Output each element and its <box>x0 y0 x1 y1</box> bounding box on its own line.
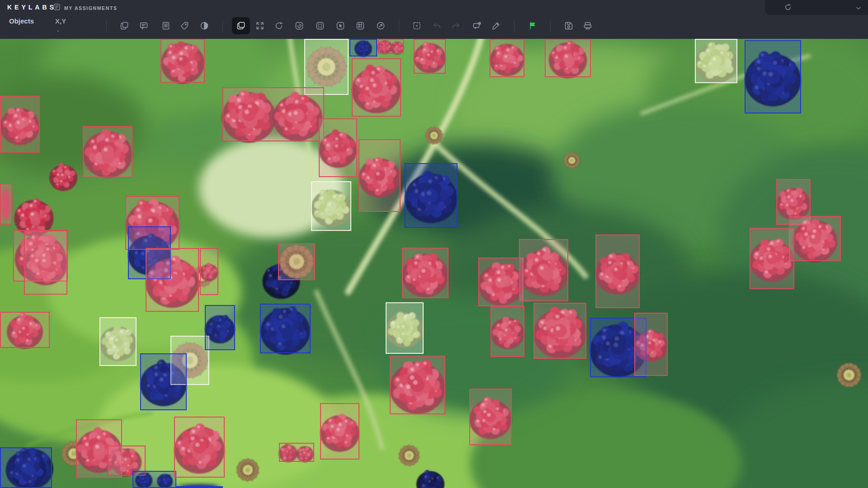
bbox-annotation-white[interactable] <box>386 302 424 354</box>
assignments-doc-icon <box>53 3 61 13</box>
bbox-annotation-red[interactable] <box>378 39 404 54</box>
marquee-button[interactable] <box>408 17 426 34</box>
bbox-annotation-red[interactable] <box>83 126 132 178</box>
bbox-annotation-red[interactable] <box>359 139 401 212</box>
draw-button[interactable] <box>487 17 505 34</box>
bbox-annotation-red[interactable] <box>634 313 668 376</box>
bbox-annotation-red[interactable] <box>160 39 205 83</box>
bbox-annotation-red[interactable] <box>469 389 512 445</box>
bbox-annotation-red[interactable] <box>478 258 524 306</box>
bbox-annotation-blue[interactable] <box>745 40 801 113</box>
bbox-annotation-red[interactable] <box>174 417 225 478</box>
chevron-down-icon[interactable] <box>854 4 863 14</box>
bbox-annotation-red[interactable] <box>750 228 794 289</box>
tab-objects[interactable]: Objects <box>9 17 34 25</box>
bbox-annotation-red[interactable] <box>278 243 315 280</box>
bbox-annotation-red[interactable] <box>146 248 199 312</box>
toolbar-divider <box>222 20 223 32</box>
reload-icon[interactable] <box>784 3 792 13</box>
bbox-annotation-red[interactable] <box>0 312 50 348</box>
toolbar-divider <box>106 20 107 32</box>
bbox-annotation-red[interactable] <box>490 39 524 77</box>
top-right-panel <box>765 0 868 15</box>
keypoints-button[interactable] <box>311 17 329 34</box>
flag-button[interactable] <box>524 17 542 34</box>
bbox-annotation-red[interactable] <box>352 58 401 117</box>
bbox-annotation-white[interactable] <box>304 39 349 95</box>
bbox-annotation-red[interactable] <box>24 230 67 295</box>
redo-button <box>447 17 465 34</box>
bbox-annotation-white[interactable] <box>99 317 137 366</box>
bbox-annotation-red[interactable] <box>414 39 446 74</box>
bbox-annotation-red[interactable] <box>390 356 445 414</box>
bbox-annotation-blue[interactable] <box>175 486 223 488</box>
bbox-annotation-blue[interactable] <box>205 305 235 350</box>
bbox-annotation-white[interactable] <box>311 181 351 231</box>
bbox-annotation-blue[interactable] <box>0 447 52 488</box>
bbox-annotation-red[interactable] <box>0 96 40 153</box>
toolbar-divider <box>514 20 514 32</box>
bounding-boxes-layer <box>0 39 868 488</box>
bbox-annotation-red[interactable] <box>533 303 586 359</box>
toolbar-divider <box>399 20 399 32</box>
details-button[interactable] <box>157 17 175 34</box>
grid-button[interactable] <box>351 17 369 34</box>
bbox-annotation-red[interactable] <box>519 239 568 301</box>
bbox-annotation-white[interactable] <box>695 39 737 83</box>
pointer-box-button[interactable] <box>331 17 349 34</box>
image-canvas[interactable] <box>0 39 868 488</box>
bbox-annotation-red[interactable] <box>789 216 841 261</box>
duplicate-button[interactable] <box>115 17 133 34</box>
undo-button <box>428 17 446 34</box>
bbox-annotation-red[interactable] <box>200 248 218 295</box>
bbox-annotation-red[interactable] <box>491 306 524 357</box>
bbox-annotation-red[interactable] <box>595 235 640 308</box>
contrast-button[interactable] <box>195 17 213 34</box>
smart-select-button[interactable] <box>290 17 308 34</box>
submit-button[interactable] <box>579 17 597 34</box>
xy-value: - <box>57 27 59 34</box>
bbox-annotation-red[interactable] <box>545 39 591 77</box>
bbox-annotation-red[interactable] <box>402 248 448 298</box>
my-assignments-label: MY ASSIGNMENTS <box>64 5 118 11</box>
bbox-annotation-red[interactable] <box>319 118 357 177</box>
save-button[interactable] <box>560 17 578 34</box>
bbox-annotation-blue[interactable] <box>349 39 377 56</box>
bbox-annotation-blue[interactable] <box>405 163 458 228</box>
bbox-annotation-red[interactable] <box>0 183 12 225</box>
keylabs-logo: KEYLABS <box>7 4 57 11</box>
toolbar-divider <box>550 20 551 32</box>
comments-button[interactable] <box>135 17 153 34</box>
bbox-tool-button[interactable] <box>232 17 250 34</box>
tab-xy[interactable]: X,Y <box>55 17 66 25</box>
top-bar: KEYLABS MY ASSIGNMENTS Objects X,Y - <box>0 0 868 39</box>
bbox-annotation-blue[interactable] <box>132 471 176 488</box>
bbox-annotation-red[interactable] <box>320 403 359 460</box>
bbox-annotation-red[interactable] <box>222 87 324 141</box>
compass-button[interactable] <box>372 17 390 34</box>
bbox-annotation-red[interactable] <box>279 443 314 462</box>
keylabs-annotation-app: KEYLABS MY ASSIGNMENTS Objects X,Y - <box>0 0 868 488</box>
my-assignments-nav[interactable]: MY ASSIGNMENTS <box>53 3 118 13</box>
bbox-annotation-blue[interactable] <box>260 304 311 353</box>
tag-button[interactable] <box>175 17 193 34</box>
bbox-annotation-blue[interactable] <box>140 353 187 410</box>
comment-pin-button[interactable] <box>468 17 486 34</box>
transform-button[interactable] <box>251 17 269 34</box>
rotate-button[interactable] <box>270 17 288 34</box>
